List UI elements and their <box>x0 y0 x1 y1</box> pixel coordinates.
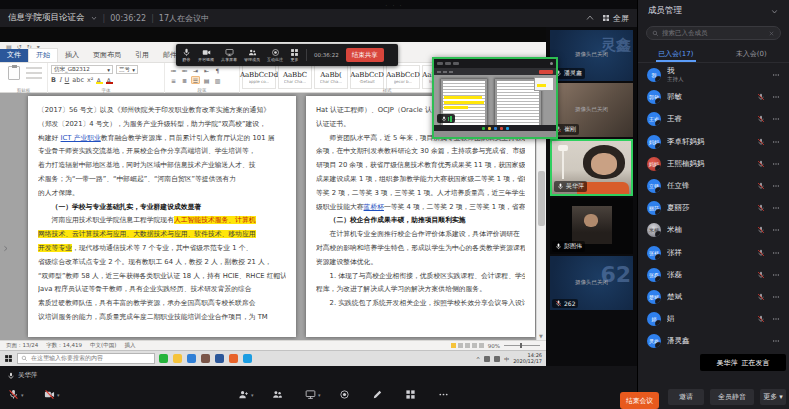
more-options-icon[interactable] <box>772 249 780 257</box>
word-tab-文件[interactable]: 文件 <box>0 49 28 62</box>
more-options-icon[interactable] <box>772 138 780 146</box>
preview-close-icon[interactable] <box>550 62 553 65</box>
share-toolbar-cam-button[interactable]: 开启视频 <box>198 48 214 62</box>
word-tab-页面布局[interactable]: 页面布局 <box>86 49 128 62</box>
scroll-down-icon[interactable]: ▼ <box>539 333 543 339</box>
member-row-我[interactable]: 我 我主持人 <box>638 64 789 86</box>
more-options-icon[interactable] <box>772 337 780 345</box>
mic-muted-icon[interactable] <box>757 271 765 279</box>
taskbar-app-icon[interactable] <box>201 354 210 363</box>
more-options-icon[interactable] <box>772 315 780 323</box>
mic-muted-icon[interactable] <box>757 115 765 123</box>
mute-toggle-button[interactable]: ▾ <box>8 389 24 400</box>
taskbar-app-icon[interactable] <box>229 354 238 363</box>
mic-muted-icon[interactable] <box>757 293 765 301</box>
taskbar-clock[interactable]: 14:26 2020/12/17 <box>513 353 542 364</box>
share-toolbar-people-button[interactable]: 管理成员 <box>244 48 260 62</box>
share-toolbar-monitor-button[interactable]: 共享屏幕 <box>221 48 237 62</box>
view-mode-buttons[interactable] <box>449 343 484 349</box>
mic-muted-icon[interactable] <box>757 226 765 234</box>
share-toolbar-mic-button[interactable]: 静音 <box>182 48 191 62</box>
mic-muted-icon[interactable] <box>757 204 765 212</box>
more-options-icon[interactable] <box>772 226 780 234</box>
caret-icon[interactable]: ▾ <box>21 392 24 398</box>
member-row-夏丽莎[interactable]: 丽莎 夏丽莎 <box>638 197 789 219</box>
record-button[interactable] <box>339 389 350 400</box>
panel-footer-button-全员静音[interactable]: 全员静音 <box>710 389 754 405</box>
mic-muted-icon[interactable] <box>757 160 765 168</box>
style-chip[interactable]: AaBbCcD gecor b... <box>386 65 420 89</box>
member-row-张磊[interactable]: 张磊 张磊 <box>638 264 789 286</box>
member-row-王熙楠妈妈[interactable]: 妈妈 王熙楠妈妈 <box>638 153 789 175</box>
ime-indicator[interactable]: 中 <box>504 356 509 362</box>
chevron-down-icon[interactable] <box>770 7 779 16</box>
share-toolbar-grid-button[interactable]: 更多 <box>290 48 299 62</box>
member-row-楚斌[interactable]: 楚斌 楚斌 <box>638 286 789 308</box>
mic-muted-icon[interactable] <box>757 138 765 146</box>
close-icon[interactable] <box>768 30 775 37</box>
style-chip[interactable]: AaBbC Char Cha... <box>278 65 312 89</box>
video-tile-潘灵鑫[interactable]: 灵鑫摄像头已关闭 潘灵鑫 <box>550 30 633 81</box>
font-color-button[interactable]: A <box>106 77 113 84</box>
style-chip[interactable]: AaBbCcD ·Default <box>350 65 384 89</box>
copy-button[interactable] <box>26 72 42 74</box>
zoom-slider[interactable] <box>504 345 540 346</box>
word-tab-开始[interactable]: 开始 <box>28 48 58 62</box>
member-tab-未入会(0)[interactable]: 未入会(0) <box>714 46 789 62</box>
font-name-select[interactable]: 仿宋_GB2312▾ <box>51 65 113 74</box>
mic-muted-icon[interactable] <box>757 315 765 323</box>
camera-toggle-button[interactable]: ▾ <box>44 389 60 400</box>
panel-footer-button-更多 ▾[interactable]: 更多 ▾ <box>760 389 786 405</box>
caret-icon[interactable]: ▾ <box>318 392 321 398</box>
windows-start-button[interactable] <box>4 354 13 363</box>
volume-icon[interactable] <box>484 356 490 362</box>
collapse-videos-icon[interactable] <box>584 12 596 24</box>
end-meeting-button[interactable]: 结束会议 <box>620 392 659 409</box>
member-row-潘灵鑫[interactable]: 灵鑫 潘灵鑫 <box>638 330 789 352</box>
taskbar-app-icon[interactable] <box>159 354 168 363</box>
taskbar-app-icon[interactable] <box>215 354 224 363</box>
share-toolbar-record-button[interactable]: 互动批注 <box>267 48 283 62</box>
paragraph-buttons-row1[interactable]: ≔≕⇥⇤¶ <box>169 66 222 74</box>
member-row-李卓轩妈妈[interactable]: 妈妈 李卓轩妈妈 <box>638 131 789 153</box>
members-button[interactable] <box>272 389 283 400</box>
end-share-button[interactable]: 结束共享 <box>346 48 384 62</box>
mic-muted-icon[interactable] <box>757 182 765 190</box>
member-row-娟[interactable]: 娟 娟 <box>638 308 789 330</box>
caret-icon[interactable]: ▾ <box>251 392 254 398</box>
caret-icon[interactable]: ▾ <box>57 392 60 398</box>
style-chip[interactable]: AaBb( Char Cha... <box>314 65 348 89</box>
word-tab-插入[interactable]: 插入 <box>58 49 86 62</box>
more-options-icon[interactable] <box>772 293 780 301</box>
member-row-任立锋[interactable]: 立锋 任立锋 <box>638 175 789 197</box>
member-row-王睿[interactable]: 王睿 王睿 <box>638 108 789 130</box>
more-options-icon[interactable] <box>772 71 780 79</box>
font-size-select[interactable]: 三号▾ <box>116 65 138 74</box>
tray-expand-icon[interactable]: ^ <box>476 356 480 362</box>
video-tile-262[interactable]: 62摄像头已关闭 262 <box>550 256 633 310</box>
annotate-button[interactable] <box>372 389 383 400</box>
style-chip[interactable]: AaBbCcDd apple co... <box>242 65 276 89</box>
more-button[interactable] <box>438 389 449 400</box>
taskbar-app-icon[interactable] <box>243 354 252 363</box>
member-tab-已入会(17)[interactable]: 已入会(17) <box>638 46 714 62</box>
more-options-icon[interactable] <box>772 204 780 212</box>
taskbar-app-icon[interactable] <box>187 354 196 363</box>
invite-button[interactable]: ▾ <box>238 389 254 400</box>
network-icon[interactable] <box>494 356 500 362</box>
share-preview-window[interactable] <box>432 57 558 139</box>
share-screen-button[interactable]: ▾ <box>305 389 321 400</box>
font-format-buttons[interactable]: BIUabcx² A A <box>51 76 113 84</box>
layout-button[interactable] <box>405 389 416 400</box>
taskbar-search[interactable]: 在这里输入你要搜索的内容 <box>17 353 155 364</box>
more-options-icon[interactable] <box>772 271 780 279</box>
paragraph-buttons-row2[interactable]: ≡≣☰▤▥ <box>169 76 222 84</box>
member-row-张祥[interactable]: 张祥 张祥 <box>638 242 789 264</box>
cut-button[interactable] <box>26 67 42 69</box>
chevron-down-icon[interactable] <box>90 14 98 22</box>
more-options-icon[interactable] <box>772 160 780 168</box>
video-tile-彭图伟[interactable]: 彭图伟 <box>550 198 633 254</box>
member-row-米楠[interactable]: 米楠 米楠 <box>638 219 789 241</box>
more-options-icon[interactable] <box>772 93 780 101</box>
fullscreen-button[interactable]: 全屏 <box>602 13 629 24</box>
